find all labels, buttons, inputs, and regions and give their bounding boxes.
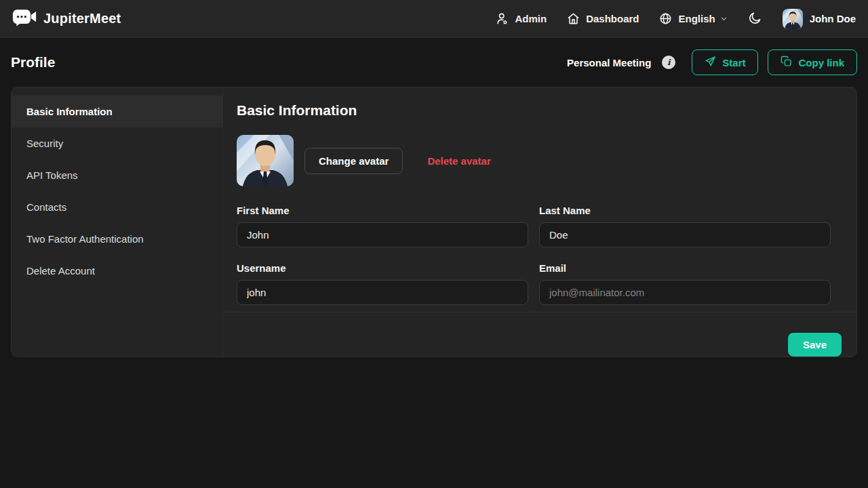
first-name-label: First Name — [237, 205, 528, 216]
admin-user-icon — [496, 12, 509, 25]
video-camera-logo-icon — [12, 8, 37, 30]
email-label: Email — [539, 262, 831, 274]
start-meeting-label: Start — [722, 57, 745, 68]
settings-sidebar: Basic Information Security API Tokens Co… — [12, 87, 223, 357]
nav-language[interactable]: English — [659, 12, 727, 25]
nav-dashboard-label: Dashboard — [586, 13, 639, 24]
theme-toggle[interactable] — [748, 11, 762, 27]
nav-dashboard[interactable]: Dashboard — [567, 12, 639, 25]
delete-avatar-button[interactable]: Delete avatar — [427, 155, 490, 167]
first-name-field[interactable] — [237, 222, 528, 247]
info-icon[interactable]: i — [662, 56, 675, 69]
globe-icon — [659, 12, 672, 25]
username-group: Username — [237, 262, 528, 305]
chevron-down-icon — [720, 15, 728, 22]
page-header: Profile Personal Meeting i Start Copy li… — [0, 38, 868, 87]
section-title: Basic Information — [237, 102, 831, 119]
page-header-actions: Personal Meeting i Start Copy link — [567, 49, 857, 75]
home-icon — [567, 12, 580, 25]
avatar-row: Change avatar Delete avatar — [237, 135, 831, 186]
first-name-group: First Name — [237, 205, 528, 247]
email-field[interactable] — [539, 280, 831, 305]
profile-main: Basic Information — [223, 87, 856, 357]
user-menu[interactable]: John Doe — [783, 9, 856, 29]
copy-icon — [781, 56, 792, 69]
top-navbar: JupiterMeet Admin Dashboard — [0, 0, 868, 38]
user-name: John Doe — [810, 13, 856, 24]
nav-language-label: English — [678, 13, 715, 24]
sidebar-item-delete-account[interactable]: Delete Account — [12, 255, 222, 287]
copy-link-label: Copy link — [798, 57, 844, 68]
email-group: Email — [539, 262, 831, 305]
form-grid: First Name Last Name Username Email — [237, 205, 831, 305]
copy-link-button[interactable]: Copy link — [768, 49, 857, 75]
nav-admin[interactable]: Admin — [496, 12, 547, 25]
send-icon — [705, 56, 716, 69]
sidebar-item-two-factor-authentication[interactable]: Two Factor Authentication — [12, 223, 222, 255]
sidebar-item-security[interactable]: Security — [12, 127, 222, 159]
save-button[interactable]: Save — [788, 333, 842, 357]
last-name-group: Last Name — [539, 205, 831, 247]
username-label: Username — [237, 262, 528, 274]
personal-meeting-label: Personal Meeting — [567, 57, 651, 68]
form-footer: Save — [223, 312, 856, 357]
sidebar-item-basic-information[interactable]: Basic Information — [12, 96, 222, 127]
profile-avatar-image — [237, 135, 294, 186]
user-avatar — [783, 9, 803, 29]
username-field[interactable] — [237, 280, 528, 305]
profile-form: Basic Information — [223, 87, 856, 312]
nav-admin-label: Admin — [515, 13, 547, 24]
brand[interactable]: JupiterMeet — [12, 8, 121, 30]
sidebar-item-api-tokens[interactable]: API Tokens — [12, 159, 222, 191]
profile-card: Basic Information Security API Tokens Co… — [11, 87, 857, 357]
moon-icon — [748, 11, 762, 27]
navbar-right: Admin Dashboard English — [496, 9, 856, 29]
last-name-label: Last Name — [539, 205, 831, 216]
change-avatar-button[interactable]: Change avatar — [304, 148, 403, 174]
last-name-field[interactable] — [539, 222, 831, 247]
start-meeting-button[interactable]: Start — [692, 49, 758, 75]
page-title: Profile — [11, 54, 55, 70]
sidebar-item-contacts[interactable]: Contacts — [12, 191, 222, 223]
brand-name: JupiterMeet — [43, 11, 121, 26]
